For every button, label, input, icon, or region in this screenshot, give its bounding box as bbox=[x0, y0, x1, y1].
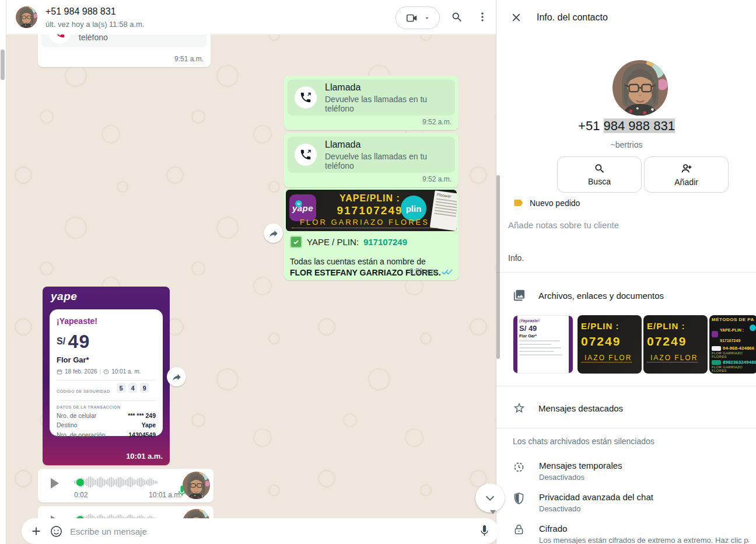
waveform-bar bbox=[104, 479, 105, 486]
message-composer: Escribe un mensaje bbox=[22, 518, 499, 544]
message-time: 9:53 a.m. bbox=[410, 267, 439, 276]
waveform-bar bbox=[130, 477, 131, 487]
menu-kebab-icon[interactable] bbox=[475, 10, 489, 24]
receipt-row: DestinoYape bbox=[57, 421, 156, 428]
video-call-button[interactable] bbox=[396, 6, 440, 29]
message-voice-1[interactable]: 0:02 10:01 a.m. bbox=[38, 469, 214, 503]
add-contact-button[interactable]: Añadir bbox=[644, 156, 729, 193]
payment-banner-image[interactable]: yape S/ YAPE/PLIN : 917107249 plin Floow… bbox=[286, 190, 457, 231]
media-thumb-banner-2[interactable]: E/PLIN : 07249 IAZO FLOR bbox=[643, 315, 708, 374]
waveform-bar bbox=[107, 479, 108, 486]
waveform-bar bbox=[86, 478, 88, 486]
message-call-1[interactable]: Llamada Devuelve las llamadas en tu telé… bbox=[284, 76, 459, 130]
transaction-label: DATOS DE LA TRANSACCIÓN bbox=[57, 405, 156, 409]
media-links-docs-row[interactable]: Archivos, enlaces y documentos bbox=[513, 289, 664, 302]
media-thumb-payment-methods[interactable]: MÉTODOS DE PA YAPE-PLIN : 917107249 04-9… bbox=[709, 315, 756, 374]
waveform-bar bbox=[106, 480, 107, 484]
star-icon bbox=[513, 402, 526, 414]
person-add-icon bbox=[680, 162, 693, 175]
waveform-bar bbox=[111, 477, 112, 487]
forward-button[interactable] bbox=[167, 367, 186, 386]
interbank-chip bbox=[712, 360, 721, 365]
receipt-row: Nro. de operación14304549 bbox=[57, 431, 156, 438]
waveform-bar bbox=[92, 477, 93, 487]
contact-avatar[interactable] bbox=[16, 6, 37, 28]
archived-muted-note: Los chats archivados están silenciados bbox=[513, 437, 654, 446]
security-code-label: CÓDIGO DE SEGURIDAD bbox=[57, 389, 110, 393]
play-icon[interactable] bbox=[51, 478, 59, 489]
waveform-bar bbox=[128, 477, 130, 487]
setting-title: Mensajes temporales bbox=[539, 461, 749, 470]
waveform-bar bbox=[151, 479, 152, 486]
attach-plus-icon[interactable] bbox=[30, 525, 43, 538]
waveform-position-dot[interactable] bbox=[76, 479, 84, 486]
setting-title: Cifrado bbox=[539, 524, 749, 533]
waveform-bar bbox=[93, 479, 94, 486]
setting-subtitle: Los mensajes están cifrados de extremo a… bbox=[539, 536, 749, 544]
client-notes-input[interactable]: Añade notas sobre tu cliente bbox=[508, 220, 619, 230]
call-title: Llamada bbox=[325, 140, 448, 150]
security-digit: 4 bbox=[128, 383, 137, 393]
waveform-bar bbox=[134, 479, 135, 485]
contact-avatar-large[interactable] bbox=[612, 60, 668, 116]
chat-header: +51 984 988 831 últ. vez hoy a la(s) 11:… bbox=[6, 0, 496, 34]
message-input[interactable]: Escribe un mensaje bbox=[70, 526, 471, 536]
payment-number[interactable]: 917107249 bbox=[363, 237, 407, 247]
chat-scrollbar[interactable] bbox=[496, 175, 500, 359]
waveform-bar bbox=[95, 480, 96, 485]
outgoing-call-icon bbox=[295, 144, 317, 166]
call-box: Llamada Devuelve las llamadas en tu telé… bbox=[288, 137, 455, 173]
chat-list-scrollbar[interactable] bbox=[1, 50, 5, 80]
close-icon[interactable] bbox=[510, 12, 522, 23]
contact-phone[interactable]: +51 984 988 831 bbox=[496, 118, 756, 134]
payment-line1: Todas las cuentas están a nombre de bbox=[290, 257, 426, 266]
emoji-icon[interactable] bbox=[50, 525, 63, 538]
contact-name[interactable]: +51 984 988 831 bbox=[46, 6, 116, 17]
lock-icon bbox=[513, 524, 525, 536]
timer-icon bbox=[513, 461, 525, 473]
message-yape-receipt-image[interactable]: yape ¡Yapeaste! S/ 49 Flor Gar* 18 feb. … bbox=[43, 287, 170, 465]
call-title: Llamada bbox=[325, 82, 448, 93]
waveform-bar bbox=[137, 479, 138, 486]
media-thumb-banner[interactable]: E/PLIN : 07249 IAZO FLOR bbox=[578, 315, 642, 374]
phone-prefix: +51 bbox=[578, 118, 603, 133]
phone-selected-text: 984 988 831 bbox=[604, 118, 675, 133]
media-thumb-receipt[interactable]: ¡Yapeaste! S/ 49 Flor Gar* bbox=[513, 315, 573, 374]
disappearing-messages-row[interactable]: Mensajes temporales Desactivados bbox=[513, 461, 752, 482]
banner-name: FLOR GARRIAZO FLORES bbox=[292, 218, 438, 228]
scroll-to-bottom-button[interactable] bbox=[475, 483, 505, 512]
scrollbar-arrow-icon[interactable] bbox=[490, 510, 496, 514]
receipt-title: ¡Yapeaste! bbox=[57, 316, 156, 326]
encryption-row[interactable]: Cifrado Los mensajes están cifrados de e… bbox=[513, 524, 752, 544]
new-order-row[interactable]: Nuevo pedido bbox=[513, 197, 580, 208]
waveform-bar bbox=[144, 480, 145, 485]
receipt-amount: 49 bbox=[68, 331, 90, 352]
chat-list-edge bbox=[0, 0, 6, 544]
waveform-bar bbox=[109, 477, 110, 487]
waveform-bar bbox=[99, 477, 100, 487]
forward-button[interactable] bbox=[264, 224, 283, 243]
starred-label: Mensajes destacados bbox=[538, 403, 623, 413]
payment-label: YAPE / PLIN: bbox=[307, 237, 359, 247]
waveform-bar bbox=[142, 479, 144, 486]
mic-icon[interactable] bbox=[478, 524, 491, 538]
waveform-bar bbox=[97, 479, 98, 486]
divider bbox=[496, 272, 756, 273]
info-section-label: Info. bbox=[508, 253, 524, 263]
contact-info-panel: Info. del contacto +51 984 988 831 ~bert… bbox=[496, 0, 756, 544]
search-chat-button[interactable]: Busca bbox=[557, 156, 642, 193]
advanced-chat-privacy-row[interactable]: Privacidad avanzada del chat Desactivado bbox=[513, 492, 752, 513]
receipt-card: ¡Yapeaste! S/ 49 Flor Gar* 18 feb. 2026 … bbox=[50, 309, 163, 436]
clock-icon bbox=[103, 369, 109, 375]
starred-messages-row[interactable]: Mensajes destacados bbox=[513, 402, 623, 414]
message-payment-info[interactable]: yape S/ YAPE/PLIN : 917107249 plin Floow… bbox=[284, 188, 459, 280]
message-call-2[interactable]: Llamada Devuelve las llamadas en tu telé… bbox=[284, 133, 459, 187]
waveform-bar bbox=[156, 481, 158, 484]
receipt-date: 18 feb. 2026 bbox=[65, 368, 97, 375]
call-box: Llamada Devuelve las llamadas en tu telé… bbox=[288, 79, 455, 116]
waveform[interactable] bbox=[74, 475, 179, 490]
waveform-bar bbox=[121, 478, 123, 487]
yape-mini-logo bbox=[712, 331, 718, 337]
waveform-bar bbox=[141, 477, 142, 487]
search-icon[interactable] bbox=[450, 10, 464, 24]
